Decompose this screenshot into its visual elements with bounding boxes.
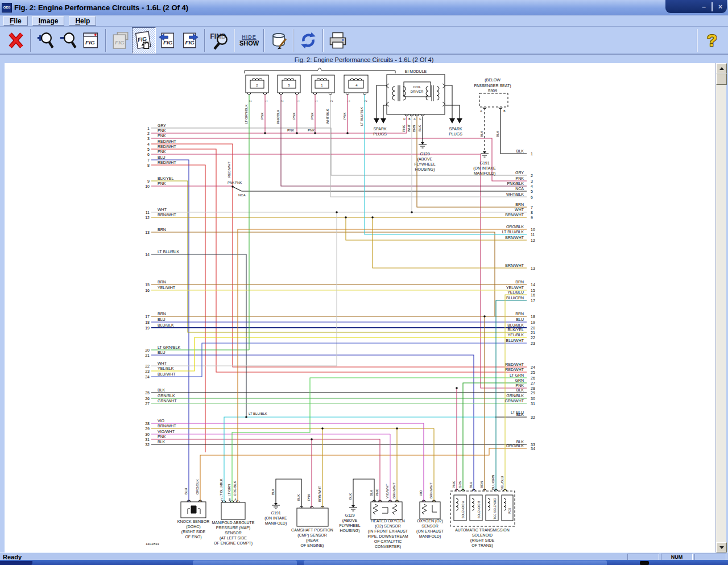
figure-window-button[interactable]: FIG <box>80 28 102 53</box>
scroll-down-button[interactable] <box>716 542 727 552</box>
svg-text:(REAR: (REAR <box>306 538 318 543</box>
svg-text:PNK: PNK <box>516 176 524 180</box>
status-message: Ready <box>0 554 627 560</box>
svg-text:BLU/WHT: BLU/WHT <box>158 372 176 376</box>
svg-text:5: 5 <box>531 189 533 193</box>
menu-item-help[interactable]: Help <box>69 16 96 26</box>
svg-text:(DOHC): (DOHC) <box>186 525 200 529</box>
svg-text:(ABOVE: (ABOVE <box>342 518 358 523</box>
svg-text:(ON INTAKE: (ON INTAKE <box>264 516 287 521</box>
svg-text:MANIFOLD): MANIFOLD) <box>419 534 441 539</box>
svg-text:2: 2 <box>147 131 150 135</box>
svg-text:COIL: COIL <box>413 85 421 89</box>
svg-text:24: 24 <box>145 375 150 379</box>
find-button[interactable]: FIND <box>208 28 231 53</box>
svg-text:(RIGHT SIDE: (RIGHT SIDE <box>181 530 206 534</box>
svg-text:1: 1 <box>347 100 350 102</box>
scroll-up-button[interactable] <box>716 63 727 73</box>
svg-text:14: 14 <box>145 253 150 257</box>
restore-button[interactable] <box>712 3 713 10</box>
svg-text:BRN/WHT: BRN/WHT <box>505 213 524 217</box>
diagram-paper: EI MODULECOILDRIVER231421211212LT GRN/BL… <box>5 63 716 552</box>
svg-text:LT BLU/BLK: LT BLU/BLK <box>220 479 223 497</box>
svg-text:YEL/BLK: YEL/BLK <box>158 366 174 370</box>
svg-text:B: B <box>408 117 411 121</box>
title-bar: OD5 Fig. 2: Engine Performance Circuits … <box>0 0 728 15</box>
minimize-button[interactable]: – <box>702 3 706 10</box>
svg-text:21: 21 <box>145 353 150 357</box>
svg-text:LT GRN: LT GRN <box>228 484 231 496</box>
svg-text:2: 2 <box>364 100 367 102</box>
svg-text:4: 4 <box>147 142 150 146</box>
zoom-in-button[interactable] <box>34 28 57 53</box>
svg-text:32: 32 <box>531 415 535 419</box>
figure-hand-icon: FIG <box>134 31 154 50</box>
print-button[interactable] <box>326 28 349 53</box>
help-question-icon: ? <box>707 31 717 50</box>
taskbar-button[interactable] <box>503 560 607 565</box>
hide-show-button[interactable]: HIDE SHOW <box>238 28 260 53</box>
svg-text:FLYWHEEL: FLYWHEEL <box>339 523 360 527</box>
figure-next-icon: FIG <box>180 31 200 50</box>
svg-text:1: 1 <box>147 126 150 130</box>
svg-text:PNK: PNK <box>260 113 264 119</box>
svg-text:ORG/BLK: ORG/BLK <box>506 225 524 229</box>
figure-previous-icon: FIG <box>158 31 177 50</box>
svg-text:PNK: PNK <box>343 113 346 119</box>
zoom-out-button[interactable] <box>57 28 80 53</box>
refresh-button[interactable] <box>297 28 320 53</box>
svg-text:WHT/BLK: WHT/BLK <box>326 109 329 124</box>
menu-item-file[interactable]: File <box>3 16 28 26</box>
svg-text:PLUGS: PLUGS <box>373 132 387 136</box>
highlight-button[interactable] <box>267 28 290 53</box>
svg-text:15: 15 <box>145 283 150 287</box>
svg-text:21: 21 <box>531 331 535 335</box>
svg-text:PNK/BLK: PNK/BLK <box>507 182 524 185</box>
scrollbar-thumb[interactable] <box>716 73 727 85</box>
taskbar-button[interactable] <box>304 560 408 565</box>
svg-text:9: 9 <box>147 179 150 183</box>
svg-text:4: 4 <box>531 184 533 188</box>
vertical-scrollbar[interactable] <box>715 63 726 552</box>
menu-item-image[interactable]: Image <box>32 16 65 26</box>
svg-text:VIO: VIO <box>419 490 423 496</box>
diagram-canvas: EI MODULECOILDRIVER231421211212LT GRN/BL… <box>0 63 728 552</box>
figure-overview-button[interactable]: FIG <box>109 28 132 53</box>
svg-text:RED/WHT: RED/WHT <box>158 145 176 149</box>
pan-figure-button[interactable]: FIG <box>132 27 156 53</box>
taskbar-button[interactable] <box>0 561 32 565</box>
svg-text:7: 7 <box>531 205 533 209</box>
svg-text:27: 27 <box>531 381 535 385</box>
menu-bar: FileImageHelp <box>0 15 728 27</box>
svg-text:DRIVER: DRIVER <box>411 90 424 93</box>
svg-text:WHT: WHT <box>407 124 411 132</box>
svg-text:PNK: PNK <box>228 181 234 184</box>
svg-text:BLK: BLK <box>297 494 300 501</box>
svg-text:RED/WHT: RED/WHT <box>158 160 176 164</box>
svg-text:PNK: PNK <box>158 182 166 185</box>
svg-text:OF TRANS): OF TRANS) <box>471 543 493 548</box>
taskbar-button[interactable] <box>193 560 297 565</box>
svg-text:C: C <box>419 117 421 121</box>
svg-text:BLU/GRN: BLU/GRN <box>491 475 495 490</box>
svg-text:2: 2 <box>280 100 284 102</box>
svg-text:BLU: BLU <box>158 317 166 321</box>
svg-text:OXYGEN (O2): OXYGEN (O2) <box>417 519 443 523</box>
close-button[interactable]: × <box>718 3 722 10</box>
svg-text:KNOCK SENSOR: KNOCK SENSOR <box>177 519 209 523</box>
svg-text:YEL/BLU: YEL/BLU <box>500 476 504 490</box>
help-button[interactable]: ? <box>701 28 723 53</box>
close-figure-button[interactable] <box>5 28 27 53</box>
previous-figure-button[interactable]: FIG <box>156 28 179 53</box>
svg-text:25: 25 <box>145 391 150 395</box>
svg-text:HEATED OXYGEN: HEATED OXYGEN <box>371 519 405 523</box>
svg-text:BLU: BLU <box>184 488 188 494</box>
taskbar-button[interactable] <box>403 560 507 565</box>
svg-text:A: A <box>480 109 482 113</box>
svg-text:BLU/GRN: BLU/GRN <box>506 296 524 300</box>
svg-text:10: 10 <box>145 184 150 188</box>
svg-text:BLK: BLK <box>480 131 483 137</box>
svg-text:14F2833: 14F2833 <box>146 542 159 546</box>
next-figure-button[interactable]: FIG <box>179 28 201 53</box>
svg-text:SENSOR: SENSOR <box>421 524 439 528</box>
